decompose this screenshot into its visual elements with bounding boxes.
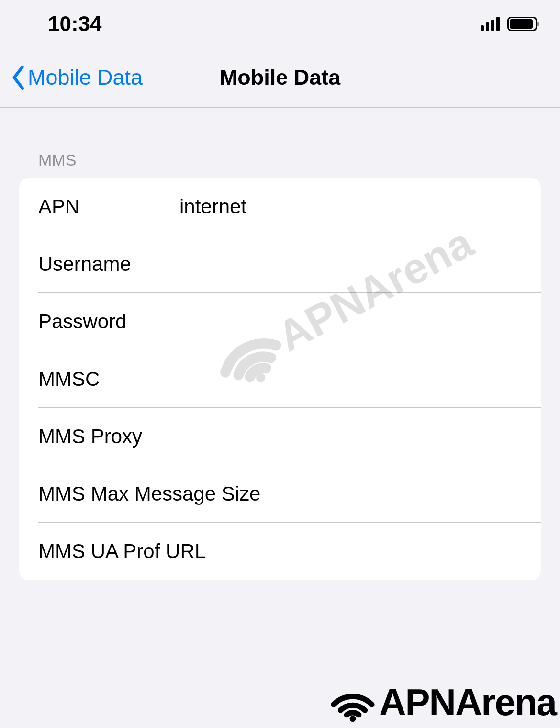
page-title: Mobile Data <box>220 65 341 90</box>
back-button-label: Mobile Data <box>28 65 143 90</box>
content-area: MMS APN internet Username Password MMSC … <box>0 108 560 580</box>
cellular-signal-icon <box>481 17 500 31</box>
watermark-bottom: APNArena <box>326 681 556 724</box>
navigation-bar: Mobile Data Mobile Data <box>0 48 560 108</box>
battery-icon <box>507 17 537 31</box>
mms-ua-prof-label: MMS UA Prof URL <box>38 540 206 563</box>
mms-settings-group: APN internet Username Password MMSC MMS … <box>19 178 541 580</box>
mms-max-size-label: MMS Max Message Size <box>38 482 260 505</box>
svg-point-1 <box>350 716 356 722</box>
section-header-mms: MMS <box>19 151 541 178</box>
username-row[interactable]: Username <box>19 235 541 293</box>
mms-ua-prof-row[interactable]: MMS UA Prof URL <box>19 523 541 580</box>
watermark-bottom-text: APNArena <box>379 681 556 724</box>
mms-proxy-row[interactable]: MMS Proxy <box>19 408 541 465</box>
status-icons <box>481 17 537 31</box>
apn-row[interactable]: APN internet <box>19 178 541 235</box>
wifi-icon <box>326 683 379 722</box>
password-row[interactable]: Password <box>19 293 541 350</box>
status-bar: 10:34 <box>0 0 560 48</box>
username-label: Username <box>38 253 179 276</box>
mms-proxy-label: MMS Proxy <box>38 425 179 448</box>
mms-max-size-row[interactable]: MMS Max Message Size <box>19 465 541 523</box>
password-label: Password <box>38 310 179 333</box>
back-button[interactable]: Mobile Data <box>10 65 143 90</box>
apn-value: internet <box>179 195 246 218</box>
mmsc-row[interactable]: MMSC <box>19 350 541 408</box>
apn-label: APN <box>38 195 179 218</box>
mmsc-label: MMSC <box>38 368 179 391</box>
chevron-left-icon <box>10 65 26 90</box>
status-time: 10:34 <box>48 12 102 36</box>
